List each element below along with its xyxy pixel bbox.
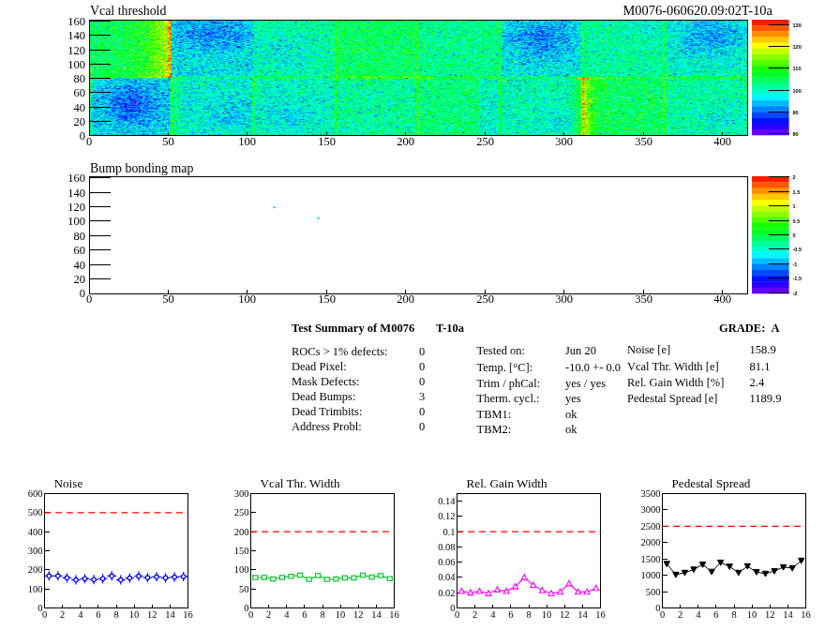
- svg-text:4: 4: [284, 609, 290, 620]
- svg-text:50: 50: [239, 584, 249, 594]
- svg-text:-2: -2: [793, 291, 798, 296]
- svg-text:600: 600: [28, 488, 43, 499]
- svg-text:50: 50: [162, 135, 174, 148]
- svg-text:400: 400: [28, 527, 43, 537]
- svg-text:Noise [e]: Noise [e]: [627, 343, 670, 356]
- svg-text:0: 0: [419, 345, 425, 358]
- svg-text:100: 100: [68, 215, 85, 228]
- svg-text:80: 80: [74, 72, 86, 85]
- svg-text:6: 6: [96, 609, 100, 620]
- svg-text:Bump bonding map: Bump bonding map: [90, 161, 193, 175]
- svg-text:80: 80: [74, 230, 86, 243]
- svg-text:150: 150: [318, 292, 336, 306]
- svg-text:0: 0: [419, 375, 425, 388]
- svg-text:0: 0: [42, 609, 47, 620]
- svg-text:Vcal Thr. Width [e]: Vcal Thr. Width [e]: [627, 360, 719, 373]
- svg-text:Rel. Gain Width [%]: Rel. Gain Width [%]: [627, 376, 724, 389]
- svg-text:Tested on:: Tested on:: [477, 344, 526, 357]
- svg-text:100: 100: [793, 88, 802, 94]
- svg-text:Address Probl:: Address Probl:: [292, 420, 362, 433]
- svg-text:160: 160: [68, 172, 85, 185]
- svg-text:Dead Trimbits:: Dead Trimbits:: [292, 405, 362, 418]
- svg-text:120: 120: [793, 44, 802, 50]
- svg-text:200: 200: [234, 527, 249, 537]
- svg-text:Dead Bumps:: Dead Bumps:: [292, 390, 355, 403]
- svg-text:Rel. Gain Width: Rel. Gain Width: [467, 476, 548, 490]
- svg-text:1.5: 1.5: [793, 189, 801, 195]
- svg-text:16: 16: [389, 609, 399, 620]
- svg-text:12: 12: [147, 609, 158, 620]
- svg-text:12: 12: [353, 609, 364, 620]
- svg-text:14: 14: [371, 609, 382, 620]
- svg-text:M0076-060620.09:02T-10a: M0076-060620.09:02T-10a: [623, 3, 773, 18]
- svg-text:60: 60: [74, 244, 86, 257]
- svg-text:2: 2: [678, 609, 682, 620]
- svg-text:140: 140: [68, 187, 85, 200]
- svg-text:Therm. cycl.:: Therm. cycl.:: [477, 392, 540, 405]
- svg-text:300: 300: [234, 488, 249, 499]
- svg-text:0: 0: [419, 420, 425, 433]
- svg-text:Vcal threshold: Vcal threshold: [90, 4, 166, 18]
- svg-text:8: 8: [731, 609, 736, 620]
- svg-text:0.04: 0.04: [438, 572, 456, 582]
- svg-text:3: 3: [419, 390, 425, 403]
- svg-text:-10.0 +- 0.0: -10.0 +- 0.0: [565, 361, 621, 374]
- svg-text:100: 100: [234, 564, 249, 575]
- svg-text:16: 16: [595, 609, 606, 620]
- svg-text:Mask Defects:: Mask Defects:: [292, 375, 360, 388]
- svg-text:500: 500: [646, 587, 661, 597]
- svg-text:120: 120: [68, 44, 85, 57]
- svg-text:0.1: 0.1: [442, 527, 455, 537]
- svg-text:2: 2: [60, 609, 65, 620]
- svg-text:6: 6: [302, 609, 307, 620]
- svg-text:8: 8: [320, 609, 324, 620]
- svg-text:200: 200: [28, 564, 43, 575]
- svg-text:500: 500: [28, 507, 43, 518]
- svg-text:3000: 3000: [641, 504, 661, 515]
- svg-text:6: 6: [713, 609, 718, 620]
- svg-text:60: 60: [74, 86, 86, 99]
- svg-text:Trim / phCal:: Trim / phCal:: [477, 377, 541, 390]
- svg-text:TBM1:: TBM1:: [477, 408, 512, 421]
- svg-text:40: 40: [74, 259, 86, 272]
- svg-text:20: 20: [74, 115, 86, 128]
- svg-text:TBM2:: TBM2:: [477, 423, 512, 436]
- svg-text:6: 6: [508, 609, 513, 620]
- svg-text:0.5: 0.5: [793, 218, 801, 224]
- svg-text:1189.9: 1189.9: [750, 392, 782, 405]
- svg-text:-1.5: -1.5: [793, 276, 802, 281]
- svg-text:-0.5: -0.5: [793, 247, 802, 252]
- svg-text:yes: yes: [565, 392, 581, 405]
- svg-text:1000: 1000: [641, 570, 661, 580]
- svg-text:4: 4: [696, 609, 701, 620]
- svg-text:2: 2: [793, 174, 796, 180]
- svg-text:10: 10: [542, 609, 552, 620]
- svg-text:100: 100: [28, 584, 43, 594]
- svg-text:250: 250: [234, 507, 249, 518]
- svg-text:Noise: Noise: [54, 476, 83, 490]
- svg-text:50: 50: [162, 292, 174, 306]
- svg-text:GRADE: A: GRADE: A: [719, 322, 780, 335]
- svg-text:350: 350: [635, 135, 652, 148]
- svg-text:81.1: 81.1: [750, 360, 771, 373]
- svg-text:0: 0: [660, 609, 665, 620]
- svg-text:0.12: 0.12: [438, 511, 455, 521]
- svg-text:200: 200: [397, 135, 414, 148]
- svg-text:3500: 3500: [641, 488, 661, 499]
- svg-text:250: 250: [476, 292, 494, 306]
- svg-text:0.06: 0.06: [438, 557, 455, 567]
- svg-text:14: 14: [783, 609, 793, 620]
- svg-text:2.4: 2.4: [750, 376, 765, 389]
- svg-text:Vcal Thr. Width: Vcal Thr. Width: [261, 476, 340, 490]
- svg-text:T-10a: T-10a: [436, 322, 465, 335]
- svg-text:10: 10: [336, 609, 346, 620]
- svg-text:Jun 20: Jun 20: [565, 344, 596, 357]
- svg-text:0: 0: [455, 609, 459, 620]
- svg-text:-1: -1: [793, 262, 798, 267]
- svg-text:158.9: 158.9: [750, 343, 776, 356]
- svg-text:150: 150: [318, 135, 336, 148]
- svg-text:10: 10: [747, 609, 758, 620]
- svg-text:20: 20: [74, 273, 86, 286]
- svg-text:110: 110: [793, 66, 802, 71]
- svg-text:Pedestal Spread [e]: Pedestal Spread [e]: [627, 392, 718, 405]
